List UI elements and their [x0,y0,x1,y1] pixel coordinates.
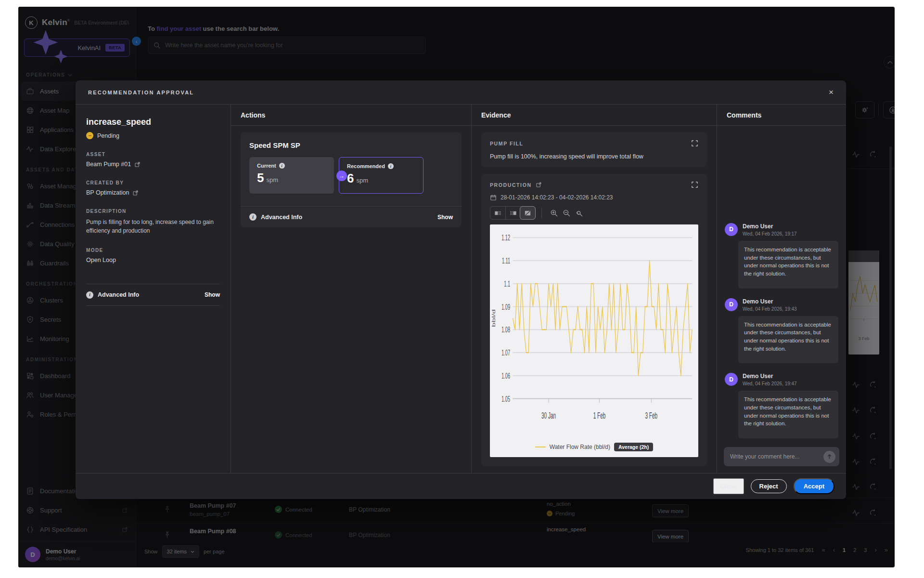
send-comment-button[interactable] [823,451,835,463]
svg-text:1 Feb: 1 Feb [593,410,606,420]
actions-panel: Actions Speed SPM SP Currenti 5spm → Rec… [231,105,472,473]
production-title: PRODUCTION [490,182,532,188]
info-icon: i [86,291,93,299]
avatar: D [725,298,738,311]
external-link-icon[interactable] [134,161,141,168]
current-unit: spm [266,176,278,184]
avatar: D [725,223,738,236]
no-split-layout-button[interactable] [520,206,536,220]
action-card: Speed SPM SP Currenti 5spm → Recommended… [241,132,462,227]
advanced-info-label: Advanced Info [98,291,139,298]
modal-title: RECOMMENDATION APPROVAL [88,90,194,95]
comment-input[interactable]: Write your comment here... [724,447,839,466]
chart-toolbar [490,206,698,220]
created-by-field-label: CREATED BY [86,180,220,185]
zoom-reset-icon[interactable] [573,207,585,219]
show-advanced-button[interactable]: Show [437,214,453,221]
recommended-value: 6 [347,171,354,186]
recommended-value-box: Recommendedi 6spm [339,157,424,194]
close-button[interactable]: Close [713,478,744,494]
svg-text:1.07: 1.07 [501,348,510,357]
svg-text:3 Feb: 3 Feb [645,410,657,420]
external-link-icon[interactable] [132,190,139,196]
pump-fill-text: Pump fill is 100%, increasing speed will… [490,153,698,160]
recommendation-name: increase_speed [86,117,220,127]
comment-text: This recommendation is acceptable under … [738,316,838,364]
chart-date-range[interactable]: 28-01-2026 14:02:23 - 04-02-2026 14:02:2… [500,194,613,201]
fullscreen-icon[interactable] [691,181,698,188]
toolbar-divider [541,208,542,218]
setpoint-title: Speed SPM SP [249,141,453,149]
comment-item: D Demo User Wed, 04 Feb 2026, 19:17 This… [725,223,838,289]
current-value: 5 [257,171,264,185]
svg-text:1.05: 1.05 [501,394,510,404]
comments-list: D Demo User Wed, 04 Feb 2026, 19:17 This… [717,126,846,443]
info-icon[interactable]: i [388,163,394,169]
info-icon: i [249,213,257,221]
asset-field-label: ASSET [86,152,220,157]
pump-fill-card: PUMP FILL Pump fill is 100%, increasing … [481,132,707,167]
comment-author: Demo User [743,298,797,305]
close-icon[interactable]: × [829,88,834,97]
comment-date: Wed, 04 Feb 2026, 19:17 [743,231,797,236]
reject-button[interactable]: Reject [751,479,787,493]
comment-text: This recommendation is acceptable under … [738,391,838,438]
legend-aggregation-badge: Average (2h) [614,443,653,451]
comment-text: This recommendation is acceptable under … [738,241,838,289]
svg-text:bbl/d: bbl/d [491,309,496,327]
chart-legend: Water Flow Rate (bbl/d) Average (2h) [490,440,698,457]
svg-text:1.12: 1.12 [501,233,510,242]
mode-field-label: MODE [86,248,220,253]
pending-status-icon: ··· [86,132,93,139]
zoom-in-icon[interactable] [548,207,560,219]
advanced-info-label: Advanced Info [261,214,302,221]
split-right-layout-button[interactable] [505,207,520,219]
accept-button[interactable]: Accept [794,478,834,494]
info-icon[interactable]: i [279,163,285,169]
mode-value: Open Loop [86,257,116,263]
summary-advanced-info-row: i Advanced Info Show [86,284,220,306]
change-arrow-icon: → [336,171,347,181]
recommended-unit: spm [356,177,368,184]
zoom-out-icon[interactable] [560,207,573,219]
description-field-label: DESCRIPTION [86,209,220,214]
recommendation-approval-modal: RECOMMENDATION APPROVAL × increase_speed… [76,80,846,499]
calendar-icon [490,194,497,201]
external-link-icon[interactable] [536,182,542,188]
modal-header: RECOMMENDATION APPROVAL × [76,80,846,105]
comment-placeholder: Write your comment here... [730,453,823,460]
svg-text:30 Jan: 30 Jan [541,410,556,420]
app-window: K Kelvin® BETA Environment (DEV KelvinAI… [18,7,895,567]
legend-line-swatch [535,447,546,447]
avatar: D [725,373,738,386]
fullscreen-icon[interactable] [691,140,698,147]
production-chart[interactable]: 1.051.061.071.081.091.11.111.1230 Jan1 F… [490,224,698,457]
comment-item: D Demo User Wed, 04 Feb 2026, 19:47 This… [725,373,838,438]
show-advanced-button[interactable]: Show [205,291,220,298]
actions-title: Actions [231,105,471,126]
comments-title: Comments [717,105,846,126]
evidence-title: Evidence [472,105,717,126]
comments-panel: Comments D Demo User Wed, 04 Feb 2026, 1… [717,105,846,473]
comment-date: Wed, 04 Feb 2026, 19:47 [743,381,797,386]
modal-footer: Close Reject Accept [76,473,846,499]
evidence-panel: Evidence PUMP FILL Pump fill is 100%, in… [472,105,717,473]
chart-layout-segmented-control [490,206,536,220]
actions-advanced-info-row: i Advanced Info Show [241,206,462,227]
current-value-box: Currenti 5spm [249,157,334,194]
comment-item: D Demo User Wed, 04 Feb 2026, 19:43 This… [725,298,838,364]
svg-text:1.11: 1.11 [502,256,510,265]
comment-author: Demo User [743,373,797,380]
production-card: PRODUCTION 28-01-2026 14:02:23 - 04-02-2… [481,174,707,466]
svg-text:1.06: 1.06 [501,371,510,381]
svg-text:1.1: 1.1 [504,279,510,289]
status-label: Pending [97,132,119,139]
comment-date: Wed, 04 Feb 2026, 19:43 [743,306,797,312]
svg-text:1.09: 1.09 [501,302,510,312]
created-by-value: BP Optimization [86,189,129,196]
comment-author: Demo User [743,223,797,230]
description-value: Pump is filling for too long, increase s… [86,218,220,235]
split-left-layout-button[interactable] [490,207,505,219]
pump-fill-title: PUMP FILL [490,141,524,146]
legend-label: Water Flow Rate (bbl/d) [550,444,610,450]
